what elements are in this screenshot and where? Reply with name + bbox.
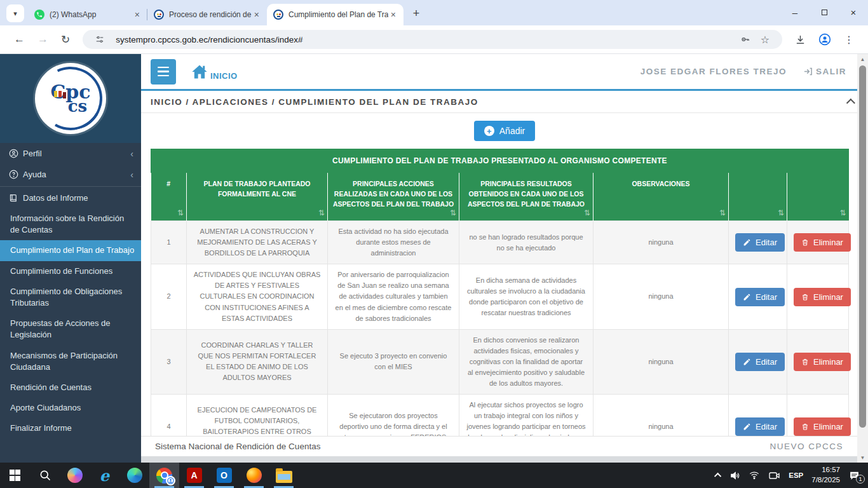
edit-button[interactable]: Editar (735, 353, 785, 371)
table-header-row: #⇅ PLAN DE TRABAJO PLANTEADO FORMALMENTE… (151, 173, 849, 221)
password-key-icon[interactable] (735, 34, 756, 44)
taskbar-copilot-button[interactable] (60, 463, 90, 488)
sidebar-item-informacion-rendicion[interactable]: Información sobre la Rendición de Cuenta… (0, 208, 141, 240)
address-bar[interactable]: systempro.cpccs.gob.ec/rendicioncuentas/… (83, 30, 782, 49)
cell-plan: ACTIVIDADES QUE INCLUYAN OBRAS DE ARTES … (187, 264, 328, 329)
col-eliminar[interactable]: ⇅ (787, 173, 849, 221)
reload-button[interactable]: ↻ (55, 33, 76, 46)
minimize-button[interactable]: – (780, 0, 810, 24)
profile-avatar[interactable] (812, 33, 837, 46)
scroll-up-arrow[interactable]: ▲ (857, 54, 868, 64)
collapse-chevron-icon[interactable] (846, 98, 855, 107)
user-name: JOSE EDGAR FLORES TREJO (641, 67, 787, 76)
taskbar-chrome-button[interactable] (149, 463, 179, 488)
scroll-down-arrow[interactable]: ▼ (857, 452, 868, 463)
sort-icon[interactable]: ⇅ (318, 207, 325, 219)
sidebar-item-rendicion-cuentas[interactable]: Rendición de Cuentas (0, 377, 141, 398)
clock[interactable]: 16:57 7/8/2025 (811, 465, 840, 485)
sort-icon[interactable]: ⇅ (450, 207, 456, 219)
sidebar-section-datos[interactable]: Datos del Informe (0, 187, 141, 208)
table-row: 1 AUMENTAR LA CONSTRUCCION Y MEJORAMIENT… (151, 221, 849, 264)
delete-button[interactable]: Eliminar (794, 417, 851, 436)
back-button[interactable]: ← (8, 33, 31, 46)
footer-system-name: Sistema Nacional de Rendición de Cuentas (155, 442, 320, 451)
scrollbar-thumb[interactable] (859, 65, 866, 428)
edit-button[interactable]: Editar (735, 288, 785, 306)
page-footer: Sistema Nacional de Rendición de Cuentas… (141, 436, 857, 456)
url-text[interactable]: systempro.cpccs.gob.ec/rendicioncuentas/… (116, 35, 735, 44)
edit-button[interactable]: Editar (735, 417, 785, 436)
tab-search-button[interactable]: ▾ (6, 4, 24, 22)
cell-observaciones: ninguna (593, 221, 729, 264)
meet-now-icon[interactable] (768, 471, 780, 480)
menu-kebab-icon[interactable]: ⋮ (837, 34, 860, 46)
tab-cumplimiento-plan[interactable]: Cumplimiento del Plan de Traba × (267, 4, 403, 25)
sort-icon[interactable]: ⇅ (584, 207, 590, 219)
forward-button[interactable]: → (31, 33, 55, 46)
scrollbar[interactable]: ▲ ▼ (857, 54, 868, 463)
delete-button[interactable]: Eliminar (794, 288, 851, 306)
edit-button[interactable]: Editar (735, 233, 785, 252)
col-observaciones[interactable]: OBSERVACIONES⇅ (593, 173, 729, 221)
window-controls: – × (780, 0, 868, 24)
taskbar-ie-button[interactable]: e (90, 463, 119, 488)
taskbar-edge-button[interactable] (119, 463, 149, 488)
sidebar-item-cumplimiento-funciones[interactable]: Cumplimiento de Funciones (0, 261, 141, 281)
sort-icon[interactable]: ⇅ (177, 207, 184, 219)
taskbar-firefox-button[interactable] (239, 463, 269, 488)
delete-button[interactable]: Eliminar (794, 233, 851, 252)
col-num[interactable]: #⇅ (151, 173, 187, 221)
sidebar-section-label: Datos del Informe (23, 193, 88, 203)
taskbar-acrobat-button[interactable]: A (179, 463, 209, 488)
tab-whatsapp[interactable]: (2) WhatsApp × (28, 4, 147, 25)
wifi-icon[interactable] (749, 470, 760, 480)
add-button[interactable]: + Añadir (474, 121, 535, 141)
site-settings-icon[interactable] (90, 35, 109, 44)
tray-chevron-icon[interactable] (714, 473, 721, 480)
sidebar-item-mecanismos-participacion[interactable]: Mecanismos de Participación Ciudadana (0, 346, 141, 377)
plan-trabajo-table: CUMPLIMIENTO DEL PLAN DE TRABAJO PRESENT… (151, 149, 849, 463)
new-tab-button[interactable]: + (407, 4, 425, 22)
sidebar-item-ayuda[interactable]: Ayuda ‹ (0, 164, 141, 185)
col-editar[interactable]: ⇅ (729, 173, 787, 221)
edge-icon (127, 468, 142, 483)
hamburger-menu-button[interactable] (151, 59, 176, 85)
close-window-button[interactable]: × (839, 0, 868, 24)
home-link[interactable]: INICIO (190, 63, 238, 81)
cell-acciones: Por aniversario de parroquializacion de … (328, 264, 459, 329)
volume-icon[interactable] (729, 470, 740, 481)
time: 16:57 (822, 466, 840, 473)
close-icon[interactable]: × (132, 10, 142, 20)
sort-icon[interactable]: ⇅ (839, 207, 846, 219)
taskbar-search-button[interactable] (30, 463, 60, 488)
logout-link[interactable]: SALIR (803, 67, 846, 76)
download-icon[interactable] (789, 34, 812, 45)
sidebar-item-perfil[interactable]: Perfil ‹ (0, 143, 141, 164)
taskbar-outlook-button[interactable]: O (209, 463, 239, 488)
tab-proceso-rendicion[interactable]: Proceso de rendición de cuenta × (147, 4, 267, 25)
sort-icon[interactable]: ⇅ (719, 207, 726, 219)
col-plan[interactable]: PLAN DE TRABAJO PLANTEADO FORMALMENTE AL… (187, 173, 328, 221)
cell-resultados: En dichos convenios se realizaron activi… (459, 329, 593, 394)
home-icon (190, 63, 209, 81)
language-indicator[interactable]: ESP (789, 471, 803, 479)
sidebar-item-obligaciones-tributarias[interactable]: Cumplimiento de Obligaciones Tributarias (0, 281, 141, 313)
sort-icon[interactable]: ⇅ (778, 207, 784, 219)
bookmark-star-icon[interactable]: ☆ (756, 34, 775, 46)
notifications-button[interactable]: 1 (848, 470, 860, 481)
page-viewport: Cpccs Perfil ‹ Ayuda ‹ (0, 54, 868, 463)
tab-title: Proceso de rendición de cuenta (169, 10, 252, 19)
taskbar-explorer-button[interactable] (269, 463, 299, 488)
col-acciones[interactable]: PRINCIPALES ACCIONES REALIZADAS EN CADA … (328, 173, 459, 221)
sidebar-item-aporte-ciudadanos[interactable]: Aporte Ciudadanos (0, 398, 141, 418)
start-button[interactable] (0, 463, 30, 488)
sidebar-item-finalizar-informe[interactable]: Finalizar Informe (0, 418, 141, 438)
close-icon[interactable]: × (388, 10, 398, 20)
sidebar-item-cumplimiento-plan[interactable]: Cumplimiento del Plan de Trabajo (0, 240, 141, 261)
col-resultados[interactable]: PRINCIPALES RESULTADOS OBTENIDOS EN CADA… (459, 173, 593, 221)
restore-button[interactable] (810, 0, 839, 24)
close-icon[interactable]: × (252, 10, 262, 20)
delete-button[interactable]: Eliminar (794, 353, 851, 371)
sidebar-item-propuestas-legislacion[interactable]: Propuestas de Acciones de Legislación (0, 313, 141, 345)
cell-plan: AUMENTAR LA CONSTRUCCION Y MEJORAMIENTO … (187, 221, 328, 264)
